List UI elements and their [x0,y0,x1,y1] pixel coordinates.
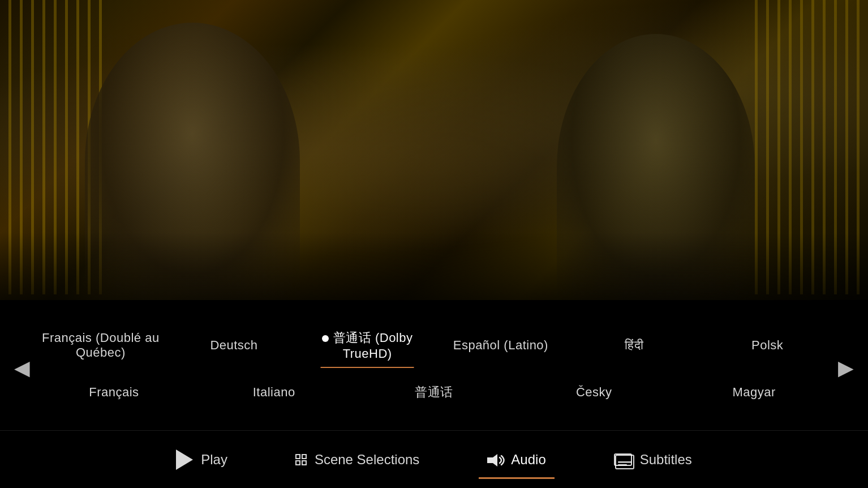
language-row-1: Français (Doublé au Québec) Deutsch 普通话 … [34,325,834,366]
lang-polski[interactable]: Polsk [701,333,834,357]
scene-selections-icon [295,454,307,465]
lang-deutsch[interactable]: Deutsch [167,333,301,357]
lang-cesky[interactable]: Česky [514,380,674,404]
subtitles-label: Subtitles [640,452,692,468]
scene-selections-label: Scene Selections [315,452,419,468]
play-label: Play [201,452,227,468]
play-button[interactable]: Play [142,450,261,470]
lang-francais-quebec[interactable]: Français (Doublé au Québec) [34,326,167,365]
lang-putonghua-dolby[interactable]: 普通话 (Dolby TrueHD) [300,325,434,366]
subtitles-icon [614,453,632,466]
lang-francais[interactable]: Français [34,380,194,404]
audio-label: Audio [511,452,545,468]
lang-hindi[interactable]: हिंदी [568,333,701,357]
figure-right [557,34,755,300]
scene-selections-button[interactable]: Scene Selections [261,452,453,468]
figure-left [85,23,300,300]
language-row-2: Français Italiano 普通话 Česky Magyar [34,379,834,405]
lang-putonghua[interactable]: 普通话 [354,379,514,405]
play-icon [176,450,193,470]
language-grid: Français (Doublé au Québec) Deutsch 普通话 … [0,300,868,430]
svg-rect-2 [618,461,631,463]
svg-marker-0 [487,454,497,466]
subtitles-button[interactable]: Subtitles [580,452,726,468]
svg-rect-3 [618,464,627,466]
lang-italiano[interactable]: Italiano [194,380,354,404]
audio-button[interactable]: Audio [453,452,579,468]
scaffold-right [755,0,868,294]
audio-icon [487,453,503,466]
toolbar: Play Scene Selections [0,430,868,488]
selected-dot [322,335,329,342]
lang-magyar[interactable]: Magyar [674,380,834,404]
bottom-panel: ◀ ▶ Français (Doublé au Québec) Deutsch … [0,300,868,488]
lang-espanol-latino[interactable]: Español (Latino) [434,333,568,357]
movie-background [0,0,868,300]
